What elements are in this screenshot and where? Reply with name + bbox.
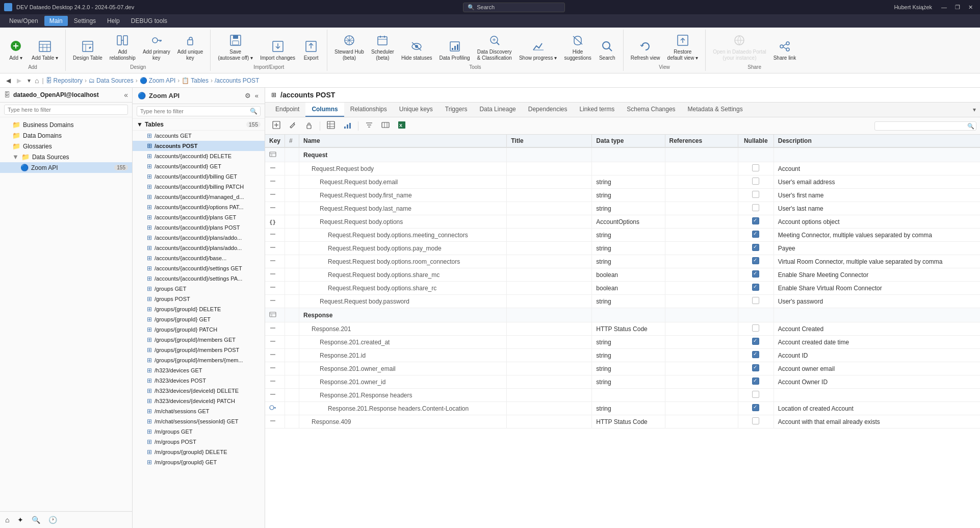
breadcrumb-zoom-api[interactable]: 🔵 Zoom API (140, 77, 176, 84)
share-link-button[interactable]: Share link (770, 39, 799, 63)
table-row[interactable]: Response.201.owner_emailstringAccount ow… (265, 362, 980, 375)
hide-statuses-button[interactable]: Hide statuses (398, 39, 435, 63)
midpanel-item-accounts-plans-addo2[interactable]: ⊞ /accounts/{accountId}/plans/addo... (133, 243, 265, 253)
menu-debug[interactable]: DEBUG tools (126, 16, 172, 26)
midpanel-item-groups-members-get[interactable]: ⊞ /groups/{groupId}/members GET (133, 335, 265, 345)
breadcrumb-tables[interactable]: 📋 Tables (182, 77, 209, 84)
subtoolbar-columns-btn[interactable] (378, 119, 393, 132)
midpanel-collapse-button[interactable]: « (254, 91, 260, 100)
th-title[interactable]: Title (507, 135, 592, 147)
columns-search-input[interactable] (874, 121, 976, 131)
table-row[interactable]: {}Request.Request body.optionsAccountOpt… (265, 215, 980, 229)
design-table-button[interactable]: Design Table (70, 39, 106, 63)
nav-down-button[interactable]: ▾ (25, 76, 33, 85)
add-button[interactable]: Add ▾ (4, 38, 28, 63)
table-row[interactable]: Response.201.idstringAccount ID (265, 349, 980, 362)
menu-main[interactable]: Main (44, 16, 68, 26)
open-portal-button[interactable]: Open in Dataedo Portal(your instance) (710, 33, 769, 63)
th-key[interactable]: Key (265, 135, 285, 147)
menu-new-open[interactable]: New/Open (4, 16, 43, 26)
midpanel-item-m-groups-post[interactable]: ⊞ /m/groups POST (133, 437, 265, 447)
th-refs[interactable]: References (665, 135, 738, 147)
tab-metadata-settings[interactable]: Metadata & Settings (682, 103, 749, 117)
midpanel-item-accounts-plans-post[interactable]: ⊞ /accounts/{accountId}/plans POST (133, 222, 265, 233)
minimize-button[interactable]: — (938, 3, 950, 12)
sidebar-item-business-domains[interactable]: 📁 Business Domains (0, 119, 132, 130)
hide-suggestions-button[interactable]: Hidesuggestions (561, 33, 594, 63)
table-row[interactable]: Request.Request body.options.pay_modestr… (265, 242, 980, 255)
midpanel-item-accounts-get[interactable]: ⊞ /accounts GET (133, 131, 265, 141)
table-row[interactable]: Response.201.Response headers (265, 389, 980, 402)
nullable-checkbox[interactable] (752, 378, 759, 385)
midpanel-item-accounts-plans-addo1[interactable]: ⊞ /accounts/{accountId}/plans/addo... (133, 233, 265, 243)
tab-relationships[interactable]: Relationships (344, 103, 393, 117)
midpanel-item-groups-members-mem[interactable]: ⊞ /groups/{groupId}/members/{mem... (133, 355, 265, 365)
add-primary-key-button[interactable]: Add primarykey (140, 33, 173, 63)
nullable-checkbox[interactable] (752, 324, 759, 332)
columns-search-icon[interactable]: 🔍 (967, 123, 974, 129)
tab-more-button[interactable]: ▾ (973, 106, 976, 113)
sidebar-home-btn[interactable]: ⌂ (2, 514, 12, 526)
midpanel-item-accounts-accountId-delete[interactable]: ⊞ /accounts/{accountId} DELETE (133, 151, 265, 161)
midpanel-item-accounts-options-pat[interactable]: ⊞ /accounts/{accountId}/options PAT... (133, 202, 265, 212)
midpanel-item-accounts-billing-get[interactable]: ⊞ /accounts/{accountId}/billing GET (133, 171, 265, 182)
tab-data-lineage[interactable]: Data Lineage (473, 103, 522, 117)
nullable-checkbox[interactable] (752, 404, 759, 411)
midpanel-item-m-groups-groupId-delete[interactable]: ⊞ /m/groups/{groupId} DELETE (133, 447, 265, 457)
table-row[interactable]: Response.201.Response headers.Content-Lo… (265, 402, 980, 415)
midpanel-item-m-chat-sessions-get[interactable]: ⊞ /m/chat/sessions GET (133, 406, 265, 416)
nullable-checkbox[interactable] (752, 191, 759, 198)
data-profiling-button[interactable]: Data Profiling (436, 39, 473, 63)
table-row[interactable]: Response (265, 308, 980, 322)
nullable-checkbox[interactable] (752, 244, 759, 251)
th-hash[interactable]: # (285, 135, 299, 147)
midpanel-item-accounts-settings-get[interactable]: ⊞ /accounts/{accountId}/settings GET (133, 263, 265, 273)
subtoolbar-btn-4[interactable] (324, 119, 338, 132)
midpanel-item-accounts-managed[interactable]: ⊞ /accounts/{accountId}/managed_d... (133, 192, 265, 202)
midpanel-item-h323-devices-delete[interactable]: ⊞ /h323/devices/{deviceId} DELETE (133, 386, 265, 396)
import-changes-button[interactable]: Import changes (257, 39, 298, 63)
midpanel-item-accounts-plans-get[interactable]: ⊞ /accounts/{accountId}/plans GET (133, 212, 265, 222)
restore-default-button[interactable]: Restoredefault view ▾ (664, 33, 702, 63)
tab-endpoint[interactable]: Endpoint (269, 103, 305, 117)
table-row[interactable]: Request.Request body.emailstringUser's e… (265, 175, 980, 189)
nav-forward-button[interactable]: ▶ (15, 76, 23, 85)
tab-linked-terms[interactable]: Linked terms (574, 103, 621, 117)
table-row[interactable]: Response.201.created_atstringAccount cre… (265, 336, 980, 349)
table-row[interactable]: Response.201HTTP Status CodeAccount Crea… (265, 322, 980, 336)
save-button[interactable]: Save(autosave off) ▾ (215, 33, 256, 63)
midpanel-item-groups-groupId-delete[interactable]: ⊞ /groups/{groupId} DELETE (133, 304, 265, 314)
nullable-checkbox[interactable] (752, 231, 759, 238)
th-name[interactable]: Name (299, 135, 507, 147)
midpanel-item-groups-groupId-get[interactable]: ⊞ /groups/{groupId} GET (133, 314, 265, 324)
menu-help[interactable]: Help (102, 16, 125, 26)
subtoolbar-excel-btn[interactable]: X (395, 119, 409, 132)
sidebar-collapse-button[interactable]: « (124, 91, 128, 99)
table-row[interactable]: Request.Request body.options.meeting_con… (265, 229, 980, 242)
close-button[interactable]: ✕ (965, 3, 976, 12)
midpanel-item-m-groups-get[interactable]: ⊞ /m/groups GET (133, 426, 265, 437)
nullable-checkbox[interactable] (752, 364, 759, 371)
midpanel-item-h323-devices-patch[interactable]: ⊞ /h323/devices/{deviceId} PATCH (133, 396, 265, 406)
show-progress-button[interactable]: Show progress ▾ (516, 39, 560, 63)
midpanel-item-accounts-accountId-get[interactable]: ⊞ /accounts/{accountId} GET (133, 161, 265, 171)
midpanel-settings-icon[interactable]: ⚙ (244, 91, 252, 100)
tab-triggers[interactable]: Triggers (439, 103, 474, 117)
table-row[interactable]: Request.Request body.options.share_mcboo… (265, 268, 980, 282)
nullable-checkbox[interactable] (752, 217, 759, 224)
tab-schema-changes[interactable]: Schema Changes (621, 103, 681, 117)
menu-settings[interactable]: Settings (69, 16, 101, 26)
sidebar-item-glossaries[interactable]: 📁 Glossaries (0, 141, 132, 152)
table-row[interactable]: Request.Request body.passwordstringUser'… (265, 295, 980, 308)
th-desc[interactable]: Description (773, 135, 980, 147)
nullable-checkbox[interactable] (752, 351, 759, 358)
export-button[interactable]: Export (299, 39, 323, 63)
sidebar-item-zoom-api[interactable]: 🔵 Zoom API 155 (0, 162, 132, 173)
table-row[interactable]: Request.Request body.options.room_connec… (265, 255, 980, 268)
refresh-view-button[interactable]: Refresh view (628, 39, 663, 63)
breadcrumb-repository[interactable]: 🗄 Repository (46, 77, 83, 84)
midpanel-item-m-groups-groupId-get[interactable]: ⊞ /m/groups/{groupId} GET (133, 457, 265, 467)
midpanel-item-accounts-base[interactable]: ⊞ /accounts/{accountId}/base... (133, 253, 265, 263)
nullable-checkbox[interactable] (752, 284, 759, 291)
midpanel-item-m-chat-sessions-sessionId[interactable]: ⊞ /m/chat/sessions/{sessionId} GET (133, 416, 265, 426)
